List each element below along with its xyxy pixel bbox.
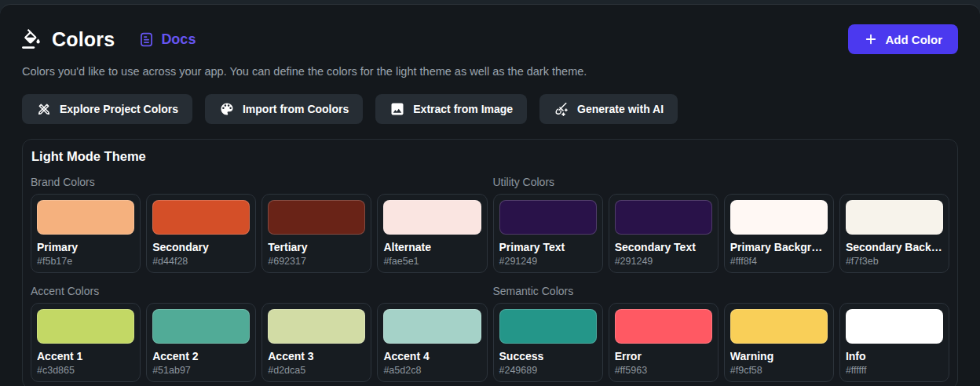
color-card-primary[interactable]: Primary#f5b17e <box>31 194 141 273</box>
color-card-success[interactable]: Success#249689 <box>493 303 603 382</box>
color-hex: #291249 <box>499 256 597 267</box>
color-name: Secondary Background <box>846 241 943 253</box>
color-name: Alternate <box>383 241 481 253</box>
color-swatch <box>615 309 712 344</box>
plus-icon <box>864 32 878 46</box>
color-name: Primary <box>37 241 134 253</box>
explore-project-colors-button[interactable]: Explore Project Colors <box>22 94 192 124</box>
color-card-error[interactable]: Error#ff5963 <box>609 303 719 382</box>
light-mode-theme-panel: Light Mode Theme Brand ColorsUtility Col… <box>22 139 958 386</box>
color-hex: #c3d865 <box>37 365 134 376</box>
color-card-accent-2[interactable]: Accent 2#51ab97 <box>146 303 256 382</box>
color-name: Secondary Text <box>615 241 712 253</box>
color-card-secondary[interactable]: Secondary#d44f28 <box>146 194 256 273</box>
extract-from-image-label: Extract from Image <box>413 103 513 115</box>
color-card-warning[interactable]: Warning#f9cf58 <box>724 303 834 382</box>
color-swatch <box>499 200 597 235</box>
color-card-accent-4[interactable]: Accent 4#a5d2c8 <box>377 303 487 382</box>
color-name: Accent 2 <box>152 350 250 362</box>
extract-from-image-button[interactable]: Extract from Image <box>375 94 527 124</box>
design-tools-icon <box>36 101 52 117</box>
color-swatch <box>730 309 828 344</box>
color-name: Warning <box>730 350 828 362</box>
page-title: Colors <box>52 28 115 51</box>
color-name: Accent 1 <box>37 350 134 362</box>
color-swatch <box>499 309 597 344</box>
toolbar: Explore Project Colors Import from Coolo… <box>22 94 958 124</box>
color-swatch <box>152 309 250 344</box>
color-swatch <box>730 200 828 235</box>
color-name: Tertiary <box>268 241 365 253</box>
color-name: Error <box>615 350 712 362</box>
import-from-coolors-label: Import from Coolors <box>243 103 349 115</box>
palette-icon <box>219 101 235 117</box>
add-color-button[interactable]: Add Color <box>848 24 959 54</box>
magic-wand-icon <box>554 101 569 117</box>
color-name: Accent 3 <box>268 350 365 362</box>
color-hex: #d44f28 <box>152 256 250 267</box>
color-hex: #ff5963 <box>615 365 712 376</box>
docs-link-label: Docs <box>161 31 196 48</box>
color-swatch <box>152 200 250 235</box>
color-name: Primary Background <box>730 241 828 253</box>
color-card-alternate[interactable]: Alternate#fae5e1 <box>377 194 487 273</box>
color-name: Accent 4 <box>383 350 481 362</box>
color-swatch <box>383 200 481 235</box>
color-hex: #a5d2c8 <box>383 365 481 376</box>
color-swatch <box>268 309 365 344</box>
color-swatch <box>615 200 712 235</box>
color-hex: #f5b17e <box>37 256 134 267</box>
color-swatch <box>37 200 134 235</box>
color-hex: #291249 <box>615 256 712 267</box>
palette-grid: Brand ColorsUtility ColorsPrimary#f5b17e… <box>31 164 949 382</box>
add-color-button-label: Add Color <box>886 33 943 46</box>
color-card-info[interactable]: Info#ffffff <box>839 303 949 382</box>
color-card-primary-text[interactable]: Primary Text#291249 <box>493 194 603 273</box>
color-name: Info <box>846 350 943 362</box>
import-from-coolors-button[interactable]: Import from Coolors <box>205 94 363 124</box>
color-name: Primary Text <box>499 241 597 253</box>
color-swatch <box>37 309 134 344</box>
color-swatch <box>846 309 943 344</box>
color-card-secondary-text[interactable]: Secondary Text#291249 <box>609 194 719 273</box>
color-hex: #fae5e1 <box>383 256 481 267</box>
color-swatch <box>268 200 365 235</box>
color-hex: #fff8f4 <box>730 256 828 267</box>
image-icon <box>389 101 405 117</box>
color-hex: #d2dca5 <box>268 365 365 376</box>
section-label-utility-colors: Utility Colors <box>493 176 950 188</box>
color-hex: #249689 <box>499 365 597 376</box>
color-hex: #f9cf58 <box>730 365 828 376</box>
page-title-group: Colors Docs <box>22 28 196 51</box>
section-label-brand-colors: Brand Colors <box>31 176 488 188</box>
color-name: Success <box>499 350 597 362</box>
color-card-accent-3[interactable]: Accent 3#d2dca5 <box>261 303 371 382</box>
page-header: Colors Docs Add Color <box>22 24 958 55</box>
color-hex: #f7f3eb <box>846 256 943 267</box>
colors-page: Colors Docs Add Color <box>0 4 980 386</box>
color-card-tertiary[interactable]: Tertiary#692317 <box>261 194 371 273</box>
panel-title: Light Mode Theme <box>31 147 949 164</box>
color-fill-icon <box>22 29 42 49</box>
color-hex: #51ab97 <box>152 365 250 376</box>
document-icon <box>138 31 155 48</box>
color-hex: #692317 <box>268 256 365 267</box>
generate-with-ai-button[interactable]: Generate with AI <box>539 94 678 124</box>
color-card-primary-background[interactable]: Primary Background#fff8f4 <box>724 194 834 273</box>
section-label-accent-colors: Accent Colors <box>31 285 488 297</box>
docs-link[interactable]: Docs <box>138 31 196 48</box>
explore-project-colors-label: Explore Project Colors <box>60 103 178 115</box>
page-description: Colors you'd like to use across your app… <box>22 65 958 78</box>
color-card-secondary-background[interactable]: Secondary Background#f7f3eb <box>839 194 949 273</box>
color-swatch <box>846 200 943 235</box>
color-hex: #ffffff <box>846 365 943 376</box>
section-label-semantic-colors: Semantic Colors <box>493 285 950 297</box>
color-name: Secondary <box>152 241 250 253</box>
generate-with-ai-label: Generate with AI <box>577 103 664 115</box>
color-swatch <box>383 309 481 344</box>
color-card-accent-1[interactable]: Accent 1#c3d865 <box>31 303 141 382</box>
